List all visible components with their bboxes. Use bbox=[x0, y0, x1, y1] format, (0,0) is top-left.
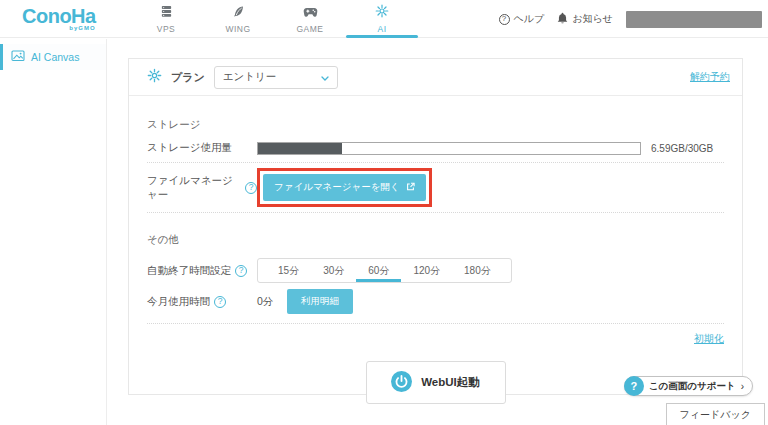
initialize-link[interactable]: 初期化 bbox=[694, 333, 724, 344]
others-section-title: その他 bbox=[147, 233, 724, 247]
auto-stop-row: 自動終了時間設定 15分 30分 60分 120分 180分 bbox=[147, 258, 724, 283]
chevron-down-icon bbox=[321, 71, 329, 83]
storage-usage-value: 6.59GB/30GB bbox=[651, 143, 713, 154]
nav-item-game[interactable]: GAME bbox=[274, 0, 346, 38]
support-pill[interactable]: この画面のサポート bbox=[624, 376, 753, 396]
storage-usage-fill bbox=[258, 143, 342, 154]
canvas-image-icon bbox=[11, 48, 25, 66]
storage-usage-bar bbox=[257, 142, 641, 155]
header-right: ヘルプ お知らせ bbox=[499, 0, 762, 38]
usage-detail-button[interactable]: 利用明細 bbox=[287, 289, 353, 314]
file-manager-label-wrap: ファイルマネージャー bbox=[147, 174, 257, 202]
storage-usage-row: ストレージ使用量 6.59GB/30GB bbox=[147, 141, 724, 155]
file-manager-row: ファイルマネージャー ファイルマネージャーを開く bbox=[147, 162, 724, 213]
plan-label: プラン bbox=[171, 70, 205, 85]
ai-icon bbox=[375, 4, 389, 22]
webui-launch-button[interactable]: WebUI起動 bbox=[366, 361, 506, 404]
logo-text: ConoHa bbox=[22, 5, 96, 27]
sidebar-item-ai-canvas[interactable]: AI Canvas bbox=[0, 44, 106, 70]
auto-stop-question-icon[interactable] bbox=[235, 265, 247, 277]
ai-canvas-card: プラン エントリー 解約予約 ストレージ ストレージ使用量 bbox=[128, 58, 743, 395]
chevron-right-icon bbox=[741, 381, 744, 392]
nav-label: VPS bbox=[157, 24, 176, 34]
storage-section-title: ストレージ bbox=[147, 118, 724, 132]
news-link[interactable]: お知らせ bbox=[557, 12, 613, 26]
auto-stop-option[interactable]: 15分 bbox=[266, 259, 311, 282]
service-nav: VPS WING GA bbox=[130, 0, 418, 38]
usage-time-row: 今月使用時間 0分 利用明細 bbox=[147, 289, 724, 324]
main-content: プラン エントリー 解約予約 ストレージ ストレージ使用量 bbox=[108, 39, 768, 425]
usage-time-question-icon[interactable] bbox=[214, 296, 226, 308]
auto-stop-option[interactable]: 30分 bbox=[311, 259, 356, 282]
cancel-reservation-link[interactable]: 解約予約 bbox=[690, 70, 730, 84]
sidebar: AI Canvas bbox=[0, 39, 107, 425]
usage-time-label-wrap: 今月使用時間 bbox=[147, 295, 257, 309]
auto-stop-label-wrap: 自動終了時間設定 bbox=[147, 264, 257, 278]
wing-icon bbox=[232, 4, 245, 22]
support-question-icon bbox=[624, 376, 644, 396]
help-link[interactable]: ヘルプ bbox=[499, 12, 545, 26]
auto-stop-option[interactable]: 120分 bbox=[401, 259, 452, 282]
page: ConoHa byGMO VPS bbox=[0, 0, 768, 425]
auto-stop-option[interactable]: 180分 bbox=[452, 259, 503, 282]
usage-time-value: 0分 bbox=[257, 295, 287, 309]
gamepad-icon bbox=[303, 4, 318, 22]
auto-stop-options-box: 15分 30分 60分 120分 180分 bbox=[257, 258, 512, 283]
usage-time-label: 今月使用時間 bbox=[147, 295, 210, 309]
nav-item-ai[interactable]: AI bbox=[346, 0, 418, 38]
external-link-icon bbox=[406, 182, 415, 193]
plan-select-value: エントリー bbox=[223, 70, 276, 84]
plan-select[interactable]: エントリー bbox=[214, 66, 338, 89]
news-label: お知らせ bbox=[572, 12, 613, 26]
feedback-button[interactable]: フィードバック bbox=[666, 403, 765, 425]
auto-stop-option[interactable]: 60分 bbox=[356, 259, 401, 282]
storage-usage-label: ストレージ使用量 bbox=[147, 141, 257, 155]
server-icon bbox=[160, 4, 173, 22]
open-file-manager-button[interactable]: ファイルマネージャーを開く bbox=[263, 174, 426, 201]
webui-launch-label: WebUI起動 bbox=[421, 375, 480, 390]
account-redacted[interactable] bbox=[626, 11, 762, 28]
plan-row: プラン エントリー 解約予約 bbox=[129, 59, 742, 96]
auto-stop-label: 自動終了時間設定 bbox=[147, 264, 231, 278]
nav-item-vps[interactable]: VPS bbox=[130, 0, 202, 38]
top-header: ConoHa byGMO VPS bbox=[0, 0, 768, 38]
help-label: ヘルプ bbox=[514, 12, 545, 26]
annotation-highlight-box: ファイルマネージャーを開く bbox=[257, 168, 432, 207]
sidebar-item-label: AI Canvas bbox=[31, 51, 79, 63]
support-pill-label: この画面のサポート bbox=[649, 380, 736, 393]
nav-item-wing[interactable]: WING bbox=[202, 0, 274, 38]
nav-label: AI bbox=[377, 24, 386, 34]
help-question-icon bbox=[499, 14, 510, 25]
bell-icon bbox=[557, 12, 568, 26]
nav-label: WING bbox=[225, 24, 250, 34]
power-icon bbox=[391, 371, 412, 395]
file-manager-question-icon[interactable] bbox=[245, 182, 257, 194]
plan-ai-icon bbox=[147, 68, 162, 87]
file-manager-label: ファイルマネージャー bbox=[147, 174, 241, 202]
open-file-manager-label: ファイルマネージャーを開く bbox=[274, 181, 400, 194]
card-body: ストレージ ストレージ使用量 6.59GB/30GB ファイルマネージャー bbox=[129, 118, 742, 404]
nav-label: GAME bbox=[296, 24, 323, 34]
conoha-logo[interactable]: ConoHa byGMO bbox=[22, 5, 96, 31]
initialize-row: 初期化 bbox=[147, 328, 724, 346]
